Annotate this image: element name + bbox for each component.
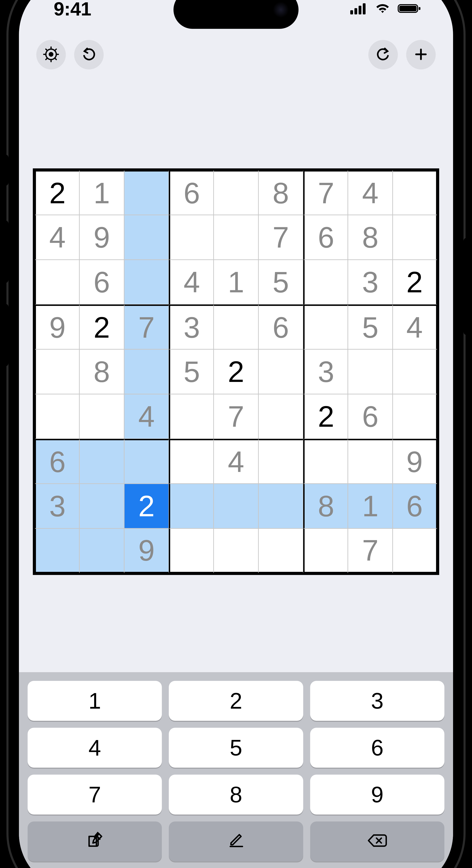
sudoku-cell[interactable] — [214, 305, 258, 349]
sudoku-cell[interactable]: 5 — [348, 305, 393, 349]
sudoku-cell[interactable] — [124, 215, 169, 260]
sudoku-cell[interactable]: 2 — [79, 305, 124, 349]
sudoku-cell[interactable] — [393, 215, 437, 260]
numpad-key-2[interactable]: 2 — [169, 681, 303, 721]
sudoku-cell[interactable] — [303, 528, 348, 573]
sudoku-cell[interactable]: 3 — [169, 305, 214, 349]
sudoku-cell[interactable] — [258, 528, 303, 573]
numpad-key-9[interactable]: 9 — [310, 775, 444, 814]
sudoku-cell[interactable] — [214, 170, 258, 215]
sudoku-cell[interactable]: 6 — [35, 439, 79, 484]
sudoku-cell[interactable] — [79, 439, 124, 484]
sudoku-cell[interactable]: 8 — [258, 170, 303, 215]
sudoku-cell[interactable]: 1 — [214, 260, 258, 305]
sudoku-cell[interactable] — [124, 349, 169, 394]
numpad-key-5[interactable]: 5 — [169, 728, 303, 768]
sudoku-cell[interactable]: 9 — [124, 528, 169, 573]
sudoku-cell[interactable] — [214, 215, 258, 260]
sudoku-cell[interactable]: 7 — [303, 170, 348, 215]
sudoku-cell[interactable] — [169, 394, 214, 439]
sudoku-cell[interactable] — [79, 394, 124, 439]
sudoku-cell[interactable] — [35, 349, 79, 394]
sudoku-cell[interactable]: 3 — [303, 349, 348, 394]
sudoku-cell[interactable]: 2 — [303, 394, 348, 439]
sudoku-cell[interactable] — [393, 170, 437, 215]
note-mode-button[interactable] — [28, 822, 162, 861]
sudoku-cell[interactable] — [35, 528, 79, 573]
sudoku-cell[interactable]: 8 — [79, 349, 124, 394]
sudoku-cell[interactable]: 4 — [124, 394, 169, 439]
sudoku-cell[interactable]: 6 — [303, 215, 348, 260]
sudoku-cell[interactable] — [124, 260, 169, 305]
sudoku-cell[interactable]: 9 — [393, 439, 437, 484]
sudoku-cell[interactable]: 7 — [214, 394, 258, 439]
sudoku-cell[interactable]: 4 — [35, 215, 79, 260]
sudoku-cell[interactable] — [348, 349, 393, 394]
sudoku-cell[interactable]: 6 — [79, 260, 124, 305]
sudoku-cell[interactable] — [169, 439, 214, 484]
sudoku-cell[interactable] — [348, 439, 393, 484]
sudoku-cell[interactable]: 9 — [35, 305, 79, 349]
sudoku-cell[interactable]: 8 — [303, 484, 348, 528]
sudoku-cell[interactable]: 2 — [124, 484, 169, 528]
numpad-key-8[interactable]: 8 — [169, 775, 303, 814]
toolbar — [19, 40, 453, 85]
sudoku-cell[interactable]: 7 — [348, 528, 393, 573]
sudoku-cell[interactable] — [303, 439, 348, 484]
sudoku-cell[interactable] — [393, 528, 437, 573]
sudoku-cell[interactable] — [169, 215, 214, 260]
sudoku-cell[interactable] — [393, 394, 437, 439]
sudoku-cell[interactable] — [35, 394, 79, 439]
sudoku-cell[interactable]: 2 — [393, 260, 437, 305]
sudoku-cell[interactable]: 6 — [169, 170, 214, 215]
sudoku-cell[interactable] — [393, 349, 437, 394]
sudoku-cell[interactable] — [79, 484, 124, 528]
sudoku-cell[interactable]: 4 — [348, 170, 393, 215]
sudoku-cell[interactable] — [303, 305, 348, 349]
sudoku-cell[interactable]: 4 — [169, 260, 214, 305]
redo-button[interactable] — [368, 40, 398, 69]
sudoku-cell[interactable] — [124, 439, 169, 484]
sudoku-cell[interactable] — [79, 528, 124, 573]
sudoku-cell[interactable]: 6 — [258, 305, 303, 349]
sudoku-cell[interactable] — [258, 484, 303, 528]
numpad-key-3[interactable]: 3 — [310, 681, 444, 721]
sudoku-cell[interactable]: 9 — [79, 215, 124, 260]
numpad-key-6[interactable]: 6 — [310, 728, 444, 768]
sudoku-cell[interactable]: 3 — [35, 484, 79, 528]
sudoku-cell[interactable]: 6 — [393, 484, 437, 528]
sudoku-cell[interactable]: 3 — [348, 260, 393, 305]
sudoku-cell[interactable] — [214, 528, 258, 573]
sudoku-cell[interactable] — [258, 349, 303, 394]
numpad-key-1[interactable]: 1 — [28, 681, 162, 721]
sudoku-cell[interactable] — [258, 394, 303, 439]
settings-button[interactable] — [36, 40, 66, 69]
gear-icon — [43, 46, 59, 63]
numpad-key-4[interactable]: 4 — [28, 728, 162, 768]
sudoku-cell[interactable]: 2 — [214, 349, 258, 394]
sudoku-cell[interactable] — [35, 260, 79, 305]
sudoku-cell[interactable]: 2 — [35, 170, 79, 215]
sudoku-cell[interactable]: 5 — [258, 260, 303, 305]
svg-line-14 — [55, 58, 56, 60]
sudoku-cell[interactable] — [258, 439, 303, 484]
pencil-button[interactable] — [169, 822, 303, 861]
sudoku-cell[interactable] — [169, 484, 214, 528]
sudoku-cell[interactable] — [303, 260, 348, 305]
sudoku-cell[interactable]: 7 — [124, 305, 169, 349]
new-game-button[interactable] — [406, 40, 436, 69]
numpad-key-7[interactable]: 7 — [28, 775, 162, 814]
sudoku-cell[interactable]: 5 — [169, 349, 214, 394]
undo-button[interactable] — [74, 40, 104, 69]
erase-button[interactable] — [310, 822, 444, 861]
sudoku-cell[interactable] — [124, 170, 169, 215]
sudoku-cell[interactable]: 6 — [348, 394, 393, 439]
sudoku-cell[interactable]: 7 — [258, 215, 303, 260]
sudoku-cell[interactable]: 1 — [348, 484, 393, 528]
sudoku-cell[interactable]: 4 — [214, 439, 258, 484]
sudoku-cell[interactable] — [169, 528, 214, 573]
sudoku-cell[interactable]: 4 — [393, 305, 437, 349]
sudoku-cell[interactable] — [214, 484, 258, 528]
sudoku-cell[interactable]: 1 — [79, 170, 124, 215]
sudoku-cell[interactable]: 8 — [348, 215, 393, 260]
